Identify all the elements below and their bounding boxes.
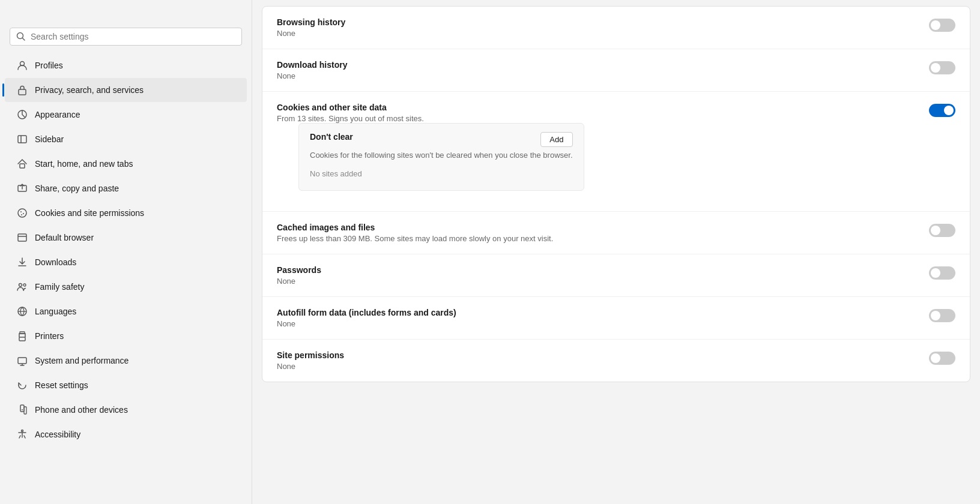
svg-rect-3 bbox=[19, 89, 26, 95]
profile-icon bbox=[17, 60, 28, 71]
toggle-site-permissions[interactable] bbox=[929, 352, 955, 365]
search-box[interactable] bbox=[10, 28, 242, 46]
svg-point-9 bbox=[18, 209, 26, 217]
sidebar-item-label-family-safety: Family safety bbox=[35, 282, 84, 292]
sidebar-item-cookies-permissions[interactable]: Cookies and site permissions bbox=[5, 201, 247, 225]
toggle-browsing-history[interactable] bbox=[929, 19, 955, 32]
toggle-cookies-site-data[interactable] bbox=[929, 104, 955, 117]
settings-row-cached-images: Cached images and filesFrees up less tha… bbox=[262, 212, 970, 254]
settings-section: Browsing historyNoneDownload historyNone… bbox=[262, 6, 970, 382]
share-icon bbox=[17, 183, 28, 194]
sidebar-item-phone[interactable]: Phone and other devices bbox=[5, 398, 247, 422]
row-subtitle-cookies-site-data: From 13 sites. Signs you out of most sit… bbox=[277, 114, 919, 123]
reset-icon bbox=[17, 380, 28, 391]
sidebar-item-label-sidebar: Sidebar bbox=[35, 134, 64, 144]
sidebar-item-share-copy[interactable]: Share, copy and paste bbox=[5, 176, 247, 200]
accessibility-icon bbox=[17, 429, 28, 440]
sidebar-item-label-appearance: Appearance bbox=[35, 110, 80, 119]
toggle-download-history[interactable] bbox=[929, 61, 955, 74]
toggle-slider-browsing-history bbox=[929, 19, 955, 32]
sidebar-item-default-browser[interactable]: Default browser bbox=[5, 226, 247, 250]
dont-clear-header: Don't clearAdd bbox=[310, 132, 573, 147]
sidebar-item-reset[interactable]: Reset settings bbox=[5, 373, 247, 397]
settings-row-autofill: Autofill form data (includes forms and c… bbox=[262, 297, 970, 340]
svg-point-11 bbox=[23, 213, 24, 214]
toggle-slider-passwords bbox=[929, 266, 955, 280]
sidebar-item-appearance[interactable]: Appearance bbox=[5, 103, 247, 127]
sidebar-item-label-profiles: Profiles bbox=[35, 61, 63, 70]
sidebar-item-label-share-copy: Share, copy and paste bbox=[35, 184, 119, 193]
sidebar-item-languages[interactable]: Languages bbox=[5, 299, 247, 323]
svg-point-10 bbox=[20, 211, 22, 212]
search-input[interactable] bbox=[31, 32, 235, 41]
family-icon bbox=[17, 281, 28, 292]
settings-row-site-permissions: Site permissionsNone bbox=[262, 340, 970, 382]
sidebar-item-system[interactable]: System and performance bbox=[5, 349, 247, 373]
toggle-cached-images[interactable] bbox=[929, 224, 955, 237]
toggle-slider-cookies-site-data bbox=[929, 104, 955, 117]
row-subtitle-autofill: None bbox=[277, 319, 919, 328]
row-text-download-history: Download historyNone bbox=[277, 60, 919, 80]
settings-row-browsing-history: Browsing historyNone bbox=[262, 7, 970, 49]
no-sites-label: No sites added bbox=[310, 166, 573, 182]
svg-rect-7 bbox=[20, 164, 25, 168]
toggle-autofill[interactable] bbox=[929, 309, 955, 322]
row-title-browsing-history: Browsing history bbox=[277, 17, 919, 27]
row-text-autofill: Autofill form data (includes forms and c… bbox=[277, 308, 919, 328]
toggle-slider-cached-images bbox=[929, 224, 955, 237]
downloads-icon bbox=[17, 257, 28, 268]
nav-list: ProfilesPrivacy, search, and servicesApp… bbox=[0, 53, 252, 447]
sidebar-item-label-printers: Printers bbox=[35, 331, 64, 341]
sidebar-item-accessibility[interactable]: Accessibility bbox=[5, 422, 247, 446]
row-title-autofill: Autofill form data (includes forms and c… bbox=[277, 308, 919, 317]
sidebar: ProfilesPrivacy, search, and servicesApp… bbox=[0, 0, 252, 504]
add-button[interactable]: Add bbox=[540, 132, 572, 147]
sidebar-item-label-start-home: Start, home, and new tabs bbox=[35, 159, 133, 169]
row-text-cookies-site-data: Cookies and other site dataFrom 13 sites… bbox=[277, 103, 919, 123]
svg-point-27 bbox=[22, 430, 23, 432]
svg-rect-13 bbox=[18, 234, 26, 241]
sidebar-item-family-safety[interactable]: Family safety bbox=[5, 275, 247, 299]
sidebar-item-label-privacy: Privacy, search, and services bbox=[35, 85, 144, 95]
sidebar-item-sidebar[interactable]: Sidebar bbox=[5, 127, 247, 151]
sidebar-icon bbox=[17, 134, 28, 145]
cookies-icon bbox=[17, 208, 28, 218]
settings-row-cookies-site-data: Cookies and other site dataFrom 13 sites… bbox=[262, 92, 970, 212]
svg-rect-21 bbox=[18, 358, 26, 364]
printers-icon bbox=[17, 331, 28, 341]
dont-clear-description: Cookies for the following sites won't be… bbox=[310, 151, 573, 160]
svg-point-12 bbox=[21, 214, 22, 215]
system-icon bbox=[17, 355, 28, 366]
svg-point-17 bbox=[23, 284, 26, 286]
row-subtitle-browsing-history: None bbox=[277, 29, 919, 38]
toggle-slider-autofill bbox=[929, 309, 955, 322]
svg-line-1 bbox=[23, 38, 25, 41]
row-title-site-permissions: Site permissions bbox=[277, 350, 919, 360]
svg-rect-19 bbox=[19, 337, 25, 341]
sidebar-item-label-default-browser: Default browser bbox=[35, 233, 94, 242]
row-subtitle-site-permissions: None bbox=[277, 362, 919, 371]
page-title bbox=[0, 12, 252, 28]
row-subtitle-cached-images: Frees up less than 309 MB. Some sites ma… bbox=[277, 234, 919, 243]
appearance-icon bbox=[17, 109, 28, 120]
settings-row-passwords: PasswordsNone bbox=[262, 254, 970, 297]
sidebar-item-printers[interactable]: Printers bbox=[5, 324, 247, 348]
row-top-cookies-site-data: Cookies and other site dataFrom 13 sites… bbox=[277, 103, 955, 123]
toggle-slider-site-permissions bbox=[929, 352, 955, 365]
row-title-cookies-site-data: Cookies and other site data bbox=[277, 103, 919, 112]
sidebar-item-label-languages: Languages bbox=[35, 307, 76, 316]
browser-icon bbox=[17, 232, 28, 243]
sidebar-item-privacy[interactable]: Privacy, search, and services bbox=[5, 78, 247, 102]
phone-icon bbox=[17, 404, 28, 415]
svg-point-16 bbox=[19, 284, 22, 287]
toggle-passwords[interactable] bbox=[929, 266, 955, 280]
privacy-icon bbox=[17, 85, 28, 95]
svg-rect-5 bbox=[18, 136, 26, 143]
row-subtitle-passwords: None bbox=[277, 277, 919, 286]
sidebar-item-downloads[interactable]: Downloads bbox=[5, 250, 247, 274]
sidebar-item-profiles[interactable]: Profiles bbox=[5, 53, 247, 77]
row-subtitle-download-history: None bbox=[277, 71, 919, 80]
languages-icon bbox=[17, 306, 28, 317]
sidebar-item-start-home[interactable]: Start, home, and new tabs bbox=[5, 152, 247, 176]
toggle-slider-download-history bbox=[929, 61, 955, 74]
